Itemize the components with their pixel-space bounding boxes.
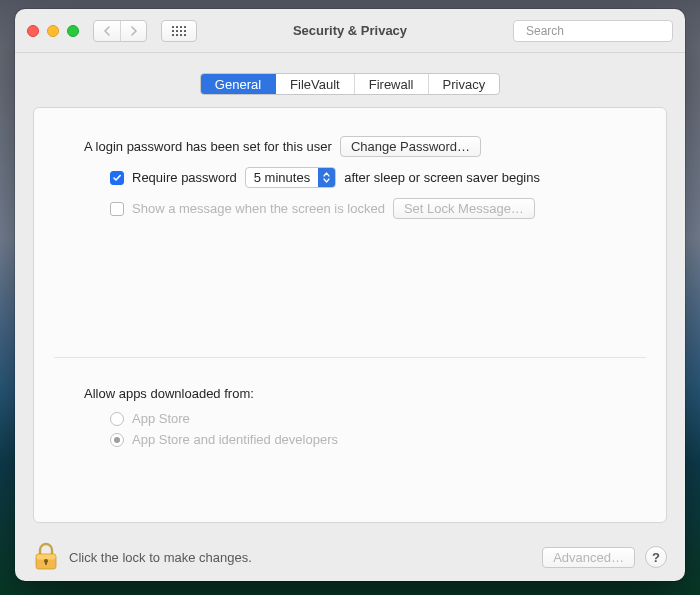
require-password-checkbox[interactable]	[110, 171, 124, 185]
tab-bar: General FileVault Firewall Privacy	[33, 73, 667, 95]
tab-firewall[interactable]: Firewall	[355, 74, 429, 94]
require-password-row: Require password 5 minutes after sleep o…	[110, 167, 646, 188]
preferences-window: Security & Privacy General FileVault Fir…	[15, 9, 685, 581]
radio-identified-developers-button	[110, 433, 124, 447]
nav-back-forward	[93, 20, 147, 42]
tab-general[interactable]: General	[201, 74, 276, 94]
close-window-button[interactable]	[27, 25, 39, 37]
check-icon	[112, 173, 122, 183]
show-all-button[interactable]	[161, 20, 197, 42]
show-lock-message-checkbox	[110, 202, 124, 216]
change-password-button[interactable]: Change Password…	[340, 136, 481, 157]
help-button[interactable]: ?	[645, 546, 667, 568]
grid-icon	[172, 26, 186, 36]
forward-button[interactable]	[120, 21, 146, 41]
lock-button[interactable]	[33, 542, 59, 572]
tab-privacy[interactable]: Privacy	[429, 74, 500, 94]
svg-rect-5	[45, 561, 47, 565]
require-password-label-after: after sleep or screen saver begins	[344, 170, 540, 185]
lock-icon	[33, 542, 59, 572]
search-field[interactable]	[513, 20, 673, 42]
titlebar: Security & Privacy	[15, 9, 685, 53]
search-input[interactable]	[524, 23, 678, 39]
require-password-delay-value: 5 minutes	[246, 170, 318, 185]
content-area: General FileVault Firewall Privacy A log…	[15, 53, 685, 533]
advanced-button: Advanced…	[542, 547, 635, 568]
minimize-window-button[interactable]	[47, 25, 59, 37]
tab-filevault[interactable]: FileVault	[276, 74, 355, 94]
zoom-window-button[interactable]	[67, 25, 79, 37]
show-lock-message-label: Show a message when the screen is locked	[132, 201, 385, 216]
login-password-row: A login password has been set for this u…	[84, 136, 646, 157]
tabs: General FileVault Firewall Privacy	[200, 73, 500, 95]
require-password-delay-popup[interactable]: 5 minutes	[245, 167, 336, 188]
lock-text: Click the lock to make changes.	[69, 550, 252, 565]
general-pane: A login password has been set for this u…	[33, 107, 667, 523]
show-lock-message-row: Show a message when the screen is locked…	[110, 198, 646, 219]
radio-app-store-label: App Store	[132, 411, 190, 426]
back-button[interactable]	[94, 21, 120, 41]
separator	[54, 357, 646, 358]
footer: Click the lock to make changes. Advanced…	[15, 533, 685, 581]
svg-rect-3	[37, 555, 56, 560]
popup-stepper-icon	[318, 168, 335, 187]
set-lock-message-button: Set Lock Message…	[393, 198, 535, 219]
radio-identified-developers: App Store and identified developers	[110, 432, 646, 447]
allow-apps-label: Allow apps downloaded from:	[84, 386, 646, 401]
radio-app-store: App Store	[110, 411, 646, 426]
window-controls	[27, 25, 79, 37]
radio-identified-developers-label: App Store and identified developers	[132, 432, 338, 447]
radio-app-store-button	[110, 412, 124, 426]
login-password-text: A login password has been set for this u…	[84, 139, 332, 154]
require-password-label-before: Require password	[132, 170, 237, 185]
